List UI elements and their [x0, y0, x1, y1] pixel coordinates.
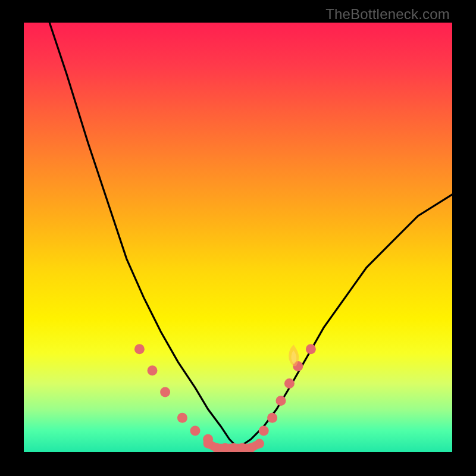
plot-area	[24, 23, 452, 452]
markers-left	[134, 344, 213, 444]
data-marker	[148, 365, 158, 375]
data-marker	[160, 387, 170, 397]
watermark-text: TheBottleneck.com	[325, 6, 450, 23]
flame-icon	[289, 345, 299, 366]
data-marker	[284, 378, 295, 389]
data-marker	[134, 344, 145, 354]
data-marker	[203, 439, 213, 449]
data-marker	[177, 413, 187, 423]
chart-svg	[24, 23, 452, 452]
right-curve	[238, 195, 452, 448]
data-marker	[306, 344, 316, 354]
left-curve	[49, 23, 238, 448]
data-marker	[276, 396, 286, 406]
data-marker	[255, 439, 264, 449]
data-marker	[267, 413, 277, 423]
data-marker	[259, 425, 269, 436]
outer-frame: TheBottleneck.com	[0, 0, 476, 476]
data-marker	[190, 425, 201, 436]
